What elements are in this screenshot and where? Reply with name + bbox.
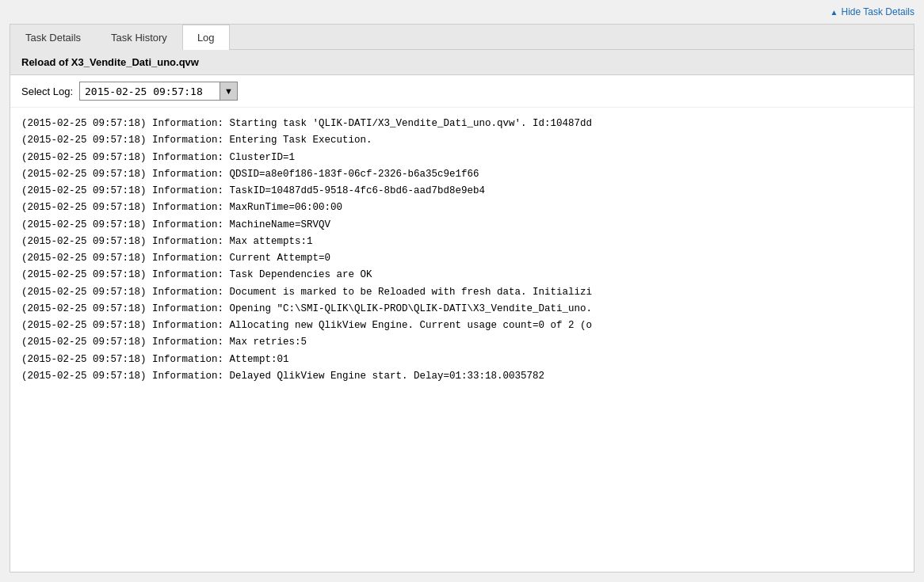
dropdown-arrow-icon: ▼: [220, 82, 237, 100]
tab-log[interactable]: Log: [182, 25, 230, 50]
tab-task-details[interactable]: Task Details: [10, 25, 96, 50]
log-line: (2015-02-25 09:57:18) Information: MaxRu…: [21, 200, 903, 216]
log-line: (2015-02-25 09:57:18) Information: Enter…: [21, 132, 903, 149]
hide-task-details-button[interactable]: Hide Task Details: [830, 6, 914, 17]
log-line: (2015-02-25 09:57:18) Information: Max a…: [21, 234, 903, 250]
log-line: (2015-02-25 09:57:18) Information: QDSID…: [21, 166, 903, 183]
log-line: (2015-02-25 09:57:18) Information: Alloc…: [21, 318, 903, 334]
log-line: (2015-02-25 09:57:18) Information: Clust…: [21, 150, 903, 166]
log-line: (2015-02-25 09:57:18) Information: TaskI…: [21, 183, 903, 200]
log-line: (2015-02-25 09:57:18) Information: Max r…: [21, 334, 903, 351]
select-log-bar: Select Log: 2015-02-25 09:57:18 ▼: [10, 75, 914, 108]
log-line: (2015-02-25 09:57:18) Information: Task …: [21, 267, 903, 283]
log-line: (2015-02-25 09:57:18) Information: Docum…: [21, 284, 903, 301]
main-panel: Task Details Task History Log Reload of …: [10, 24, 914, 572]
reload-header: Reload of X3_Vendite_Dati_uno.qvw: [10, 50, 914, 75]
content-area: Reload of X3_Vendite_Dati_uno.qvw Select…: [10, 50, 914, 572]
tab-bar: Task Details Task History Log: [10, 25, 914, 50]
log-line: (2015-02-25 09:57:18) Information: Attem…: [21, 352, 903, 368]
log-line: (2015-02-25 09:57:18) Information: Openi…: [21, 301, 903, 318]
log-dropdown-value: 2015-02-25 09:57:18: [85, 86, 215, 97]
log-line: (2015-02-25 09:57:18) Information: Start…: [21, 116, 903, 132]
tab-task-history[interactable]: Task History: [96, 25, 182, 50]
log-line: (2015-02-25 09:57:18) Information: Curre…: [21, 250, 903, 267]
select-log-label: Select Log:: [21, 86, 73, 97]
log-dropdown[interactable]: 2015-02-25 09:57:18 ▼: [79, 82, 238, 101]
log-content[interactable]: (2015-02-25 09:57:18) Information: Start…: [10, 108, 914, 572]
log-line: (2015-02-25 09:57:18) Information: Machi…: [21, 217, 903, 234]
log-line: (2015-02-25 09:57:18) Information: Delay…: [21, 368, 903, 385]
